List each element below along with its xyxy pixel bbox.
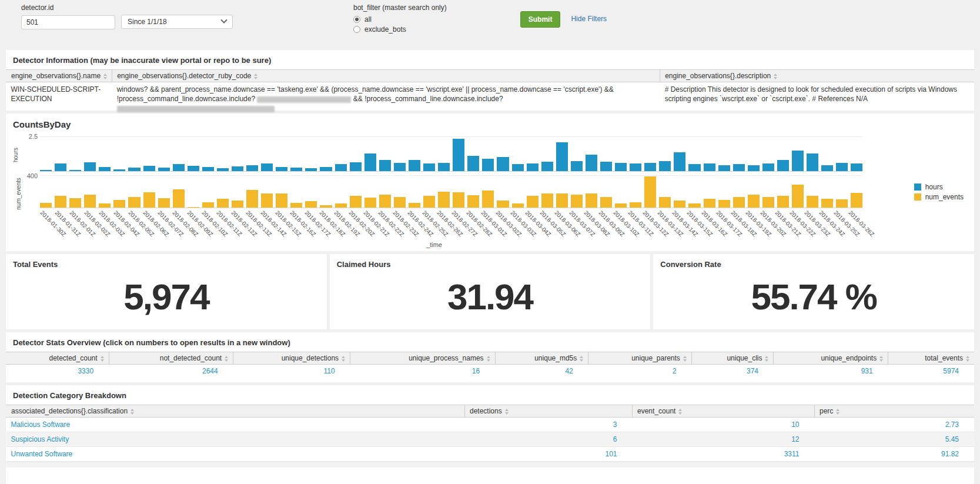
chart-bar[interactable] [733, 164, 745, 171]
chart-bar[interactable] [305, 168, 317, 171]
chart-bar[interactable] [320, 167, 332, 171]
chart-bar[interactable] [600, 197, 612, 208]
chart-bar[interactable] [261, 163, 273, 171]
chart-bar[interactable] [320, 205, 332, 208]
chart-bar[interactable] [762, 197, 774, 208]
chart-bar[interactable] [512, 203, 524, 208]
chart-bar[interactable] [688, 164, 700, 171]
stats-value-link[interactable]: 42 [565, 367, 573, 375]
legend-item-num-events[interactable]: num_events [914, 193, 964, 201]
chart-bar[interactable] [55, 163, 66, 171]
chart-bar[interactable] [527, 163, 539, 171]
chart-bar[interactable] [571, 195, 583, 208]
chart-bar[interactable] [821, 199, 833, 208]
chart-bar[interactable] [143, 166, 155, 171]
chart-bar[interactable] [644, 163, 656, 171]
stats-column-header[interactable]: total_events [888, 352, 974, 365]
chart-bar[interactable] [467, 156, 479, 171]
chart-bar[interactable] [261, 193, 273, 208]
chart-bar[interactable] [394, 163, 406, 171]
stats-value-link[interactable]: 3330 [78, 367, 93, 375]
chart-bar[interactable] [335, 203, 347, 208]
submit-button[interactable]: Submit [520, 11, 561, 28]
chart-bar[interactable] [276, 167, 287, 171]
chart-bar[interactable] [467, 195, 479, 208]
breakdown-value-link[interactable]: 12 [791, 435, 799, 443]
chart-bar[interactable] [497, 201, 509, 208]
chart-bar[interactable] [630, 202, 641, 208]
breakdown-value-link[interactable]: Malicious Software [11, 420, 71, 429]
chart-bar[interactable] [556, 193, 568, 208]
chart-bar[interactable] [173, 164, 185, 171]
chart-bar[interactable] [600, 162, 612, 171]
chart-bar[interactable] [512, 164, 524, 171]
stats-column-header[interactable]: unique_process_names [350, 352, 495, 365]
chart-bar[interactable] [659, 161, 671, 171]
chart-bar[interactable] [423, 163, 435, 171]
chart-bar[interactable] [674, 152, 685, 171]
chart-bar[interactable] [394, 197, 406, 208]
chart-bar[interactable] [792, 151, 804, 171]
stats-value-link[interactable]: 2644 [202, 367, 218, 375]
chart-bar[interactable] [644, 176, 656, 208]
breakdown-column-header[interactable]: detections [465, 405, 633, 418]
chart-bar[interactable] [571, 161, 583, 171]
chart-bar[interactable] [718, 165, 730, 171]
stats-value-link[interactable]: 16 [472, 367, 480, 375]
chart-bar[interactable] [305, 201, 317, 208]
chart-bar[interactable] [113, 200, 125, 208]
breakdown-value-link[interactable]: 5.45 [945, 435, 959, 443]
chart-bar[interactable] [364, 198, 376, 208]
chart-bar[interactable] [615, 163, 627, 171]
chart-bar[interactable] [762, 163, 774, 171]
chart-bar[interactable] [718, 200, 730, 208]
chart-bar[interactable] [158, 168, 170, 171]
column-header-description[interactable]: engine_observations{}.description [660, 70, 974, 82]
chart-bar[interactable] [335, 164, 347, 171]
chart-bar[interactable] [851, 163, 862, 171]
stats-column-header[interactable]: detected_count [6, 352, 109, 365]
chart-bar[interactable] [246, 165, 258, 171]
chart-bar[interactable] [188, 207, 199, 208]
chart-bar[interactable] [586, 155, 597, 171]
chart-bar[interactable] [40, 203, 52, 208]
chart-bar[interactable] [733, 197, 745, 208]
chart-bar[interactable] [527, 196, 539, 208]
chart-bar[interactable] [807, 153, 818, 171]
stats-column-header[interactable]: unique_clis [691, 352, 774, 365]
chart-bar[interactable] [497, 157, 509, 171]
chart-bar[interactable] [821, 165, 833, 171]
breakdown-value-link[interactable]: 10 [791, 420, 799, 429]
chart-bar[interactable] [674, 201, 685, 208]
chart-bar[interactable] [173, 189, 185, 208]
column-header-name[interactable]: engine_observations{}.name [6, 70, 112, 82]
chart-bar[interactable] [188, 166, 199, 171]
chart-bar[interactable] [409, 203, 420, 208]
radio-option-all[interactable]: all [353, 15, 447, 24]
chart-bar[interactable] [704, 199, 715, 208]
stats-value-link[interactable]: 5974 [943, 367, 959, 375]
stats-value-link[interactable]: 931 [861, 367, 873, 375]
chart-bar[interactable] [290, 203, 302, 208]
chart-bar[interactable] [777, 160, 789, 171]
chart-bar[interactable] [128, 197, 140, 208]
stats-column-header[interactable]: unique_detections [233, 352, 350, 365]
breakdown-value-link[interactable]: 91.82 [941, 450, 959, 458]
chart-bar[interactable] [158, 198, 170, 208]
breakdown-column-header[interactable]: perc [815, 405, 975, 418]
chart-bar[interactable] [113, 169, 125, 171]
chart-bar[interactable] [217, 168, 229, 171]
chart-bar[interactable] [541, 162, 553, 171]
radio-icon-unselected[interactable] [353, 26, 360, 33]
chart-bar[interactable] [556, 142, 568, 171]
stats-column-header[interactable]: unique_parents [588, 352, 692, 365]
stats-column-header[interactable]: unique_md5s [495, 352, 588, 365]
chart-bar[interactable] [851, 193, 862, 208]
breakdown-value-link[interactable]: 3311 [784, 450, 800, 458]
chart-bar[interactable] [659, 197, 671, 208]
breakdown-column-header[interactable]: associated_detections{}.classification [6, 405, 465, 418]
chart-bar[interactable] [69, 170, 81, 171]
chart-bar[interactable] [586, 193, 597, 208]
stats-value-link[interactable]: 2 [673, 367, 677, 375]
chart-bar[interactable] [99, 167, 111, 171]
